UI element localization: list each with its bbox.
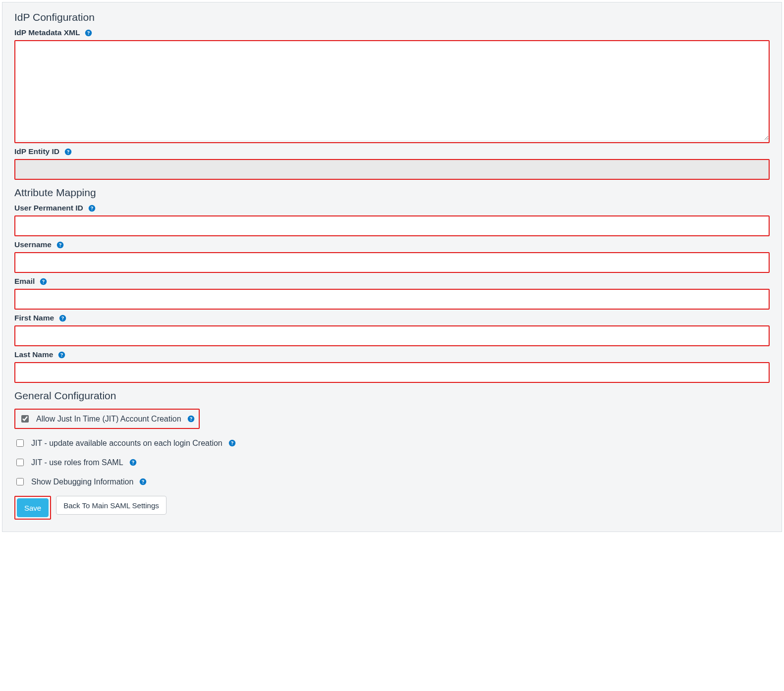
help-icon[interactable] <box>187 415 195 423</box>
check-label-debug: Show Debugging Information <box>31 478 133 486</box>
required-box-perm-id <box>14 215 770 236</box>
help-icon[interactable] <box>64 148 72 156</box>
back-button[interactable]: Back To Main SAML Settings <box>56 496 167 515</box>
section-title-idp: IdP Configuration <box>14 11 770 23</box>
label-row-first-name: First Name <box>14 314 770 322</box>
checkbox-jit-roles[interactable] <box>16 459 24 466</box>
label-metadata: IdP Metadata XML <box>14 28 80 37</box>
username-input[interactable] <box>15 253 769 272</box>
check-label-jit-update: JIT - update available accounts on each … <box>31 439 223 448</box>
checkbox-jit-create[interactable] <box>21 415 29 423</box>
help-icon[interactable] <box>228 439 236 447</box>
first-name-input[interactable] <box>15 326 769 345</box>
check-row-jit-update: JIT - update available accounts on each … <box>14 438 770 448</box>
last-name-input[interactable] <box>15 363 769 382</box>
label-row-username: Username <box>14 240 770 249</box>
required-box-save: Save <box>14 496 51 520</box>
help-icon[interactable] <box>56 241 64 249</box>
check-row-jit-roles: JIT - use roles from SAML <box>14 457 770 468</box>
help-icon[interactable] <box>58 351 65 359</box>
help-icon[interactable] <box>40 278 47 285</box>
help-icon[interactable] <box>139 478 147 485</box>
metadata-textarea[interactable] <box>15 41 769 140</box>
button-row: Save Back To Main SAML Settings <box>14 496 770 520</box>
check-row-jit-create: Allow Just In Time (JIT) Account Creatio… <box>14 409 200 429</box>
help-icon[interactable] <box>85 29 92 37</box>
required-box-first-name <box>14 325 770 346</box>
entity-id-input <box>15 160 769 179</box>
label-row-metadata: IdP Metadata XML <box>14 28 770 37</box>
label-row-email: Email <box>14 277 770 286</box>
required-box-email <box>14 289 770 310</box>
help-icon[interactable] <box>88 205 96 212</box>
label-row-perm-id: User Permanent ID <box>14 204 770 213</box>
label-row-last-name: Last Name <box>14 350 770 359</box>
saml-config-panel: IdP Configuration IdP Metadata XML IdP E… <box>2 2 782 532</box>
label-first-name: First Name <box>14 314 54 322</box>
label-username: Username <box>14 240 52 249</box>
label-perm-id: User Permanent ID <box>14 204 83 213</box>
help-icon[interactable] <box>59 315 66 322</box>
label-last-name: Last Name <box>14 350 53 359</box>
label-entity-id: IdP Entity ID <box>14 147 59 156</box>
checkbox-jit-update[interactable] <box>16 439 24 447</box>
perm-id-input[interactable] <box>15 216 769 235</box>
required-box-username <box>14 252 770 273</box>
check-label-jit-roles: JIT - use roles from SAML <box>31 458 123 467</box>
save-button[interactable]: Save <box>17 498 49 517</box>
section-title-general: General Configuration <box>14 390 770 402</box>
required-box-last-name <box>14 362 770 383</box>
checkbox-debug[interactable] <box>16 478 24 485</box>
label-row-entity-id: IdP Entity ID <box>14 147 770 156</box>
check-row-debug: Show Debugging Information <box>14 477 770 487</box>
section-title-attr: Attribute Mapping <box>14 187 770 199</box>
help-icon[interactable] <box>129 459 137 466</box>
email-input[interactable] <box>15 290 769 309</box>
check-label-jit-create: Allow Just In Time (JIT) Account Creatio… <box>36 415 181 424</box>
required-box-entity-id <box>14 159 770 180</box>
required-box-metadata <box>14 40 770 143</box>
label-email: Email <box>14 277 35 286</box>
